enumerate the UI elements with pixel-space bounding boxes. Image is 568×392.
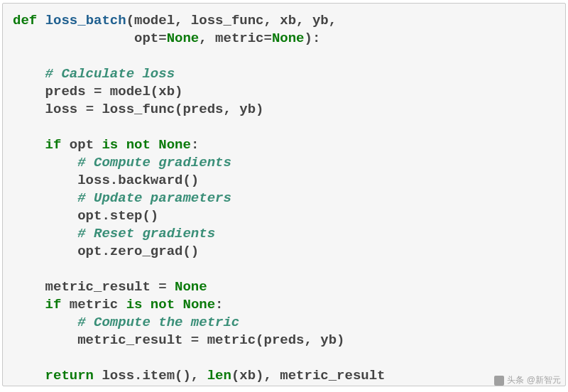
kw-not-l17: not bbox=[151, 297, 175, 312]
rhs-lossfunc: loss_func(preds, yb) bbox=[94, 102, 263, 117]
kw-not-l8: not bbox=[126, 137, 151, 153]
sp-l17b bbox=[175, 297, 182, 312]
none-l17: None bbox=[182, 297, 215, 312]
var-metric-l17: metric bbox=[61, 297, 126, 312]
indent-l14 bbox=[13, 244, 77, 259]
sp-l17a bbox=[142, 297, 150, 312]
op-l5: = bbox=[94, 84, 102, 99]
close-l2: ): bbox=[305, 31, 321, 46]
code-block: def loss_batch(model, loss_func, xb, yb,… bbox=[2, 3, 566, 386]
comment-compute-grad: # Compute gradients bbox=[77, 155, 231, 170]
comment-update-params: # Update parameters bbox=[77, 190, 231, 206]
sp-l8a bbox=[118, 137, 126, 153]
colon-l17: : bbox=[215, 297, 223, 312]
lhs-loss: loss bbox=[45, 102, 86, 117]
none-l16: None bbox=[175, 279, 207, 295]
indent-l5 bbox=[13, 84, 45, 99]
comment-reset-grad: # Reset gradients bbox=[77, 226, 215, 241]
lhs-metric-res: metric_result bbox=[45, 279, 159, 295]
eq-l2b: = bbox=[264, 31, 272, 46]
param-opt: opt bbox=[134, 31, 158, 46]
comment-compute-metric: # Compute the metric bbox=[77, 315, 239, 330]
code-content: def loss_batch(model, loss_func, xb, yb,… bbox=[13, 12, 555, 385]
opt-zero-grad: opt.zero_grad() bbox=[77, 244, 199, 259]
fn-name: loss_batch bbox=[45, 13, 126, 28]
none-l2b: None bbox=[272, 31, 305, 46]
indent-l9 bbox=[13, 155, 77, 170]
op-l16: = bbox=[158, 279, 166, 295]
indent-l11 bbox=[13, 190, 77, 206]
watermark-handle: @新智元 bbox=[527, 374, 561, 386]
indent-l19 bbox=[13, 332, 77, 348]
kw-return: return bbox=[45, 368, 94, 383]
var-opt-l8: opt bbox=[61, 137, 102, 153]
watermark-logo-icon bbox=[494, 376, 504, 386]
rhs-metric-call: metric(preds, yb) bbox=[199, 332, 344, 348]
params-l1: (model, loss_func, xb, yb, bbox=[126, 13, 337, 28]
loss-backward: loss.backward() bbox=[77, 173, 199, 188]
opt-step: opt.step() bbox=[77, 208, 158, 224]
indent-l17 bbox=[13, 297, 45, 312]
kw-if-l17: if bbox=[45, 297, 62, 312]
indent-l10 bbox=[13, 173, 77, 188]
return-part2: (xb), metric_result bbox=[231, 368, 386, 383]
builtin-len: len bbox=[207, 368, 231, 383]
op-l19: = bbox=[191, 332, 199, 348]
eq-l2a: = bbox=[158, 31, 166, 46]
sp-l8b bbox=[151, 137, 158, 153]
rhs-modelxb: model(xb) bbox=[102, 84, 182, 99]
indent-l18 bbox=[13, 315, 77, 330]
op-l6: = bbox=[86, 102, 94, 117]
sp-l16 bbox=[167, 279, 175, 295]
kw-def: def bbox=[13, 13, 37, 28]
lhs-preds: preds bbox=[45, 84, 94, 99]
watermark: 头条 @新智元 bbox=[494, 374, 561, 386]
comment-calc-loss: # Calculate loss bbox=[45, 66, 175, 82]
kw-if-l8: if bbox=[45, 137, 62, 153]
lhs-metric-res2: metric_result bbox=[77, 332, 191, 348]
kw-is-l8: is bbox=[102, 137, 118, 153]
indent-l16 bbox=[13, 279, 45, 295]
none-l8: None bbox=[158, 137, 191, 153]
indent-l13 bbox=[13, 226, 77, 241]
none-l2a: None bbox=[167, 31, 200, 46]
return-part1: loss.item(), bbox=[94, 368, 207, 383]
indent-l8 bbox=[13, 137, 45, 153]
kw-is-l17: is bbox=[126, 297, 143, 312]
indent-l12 bbox=[13, 208, 77, 224]
indent-l4 bbox=[13, 66, 45, 82]
indent-l2 bbox=[13, 31, 134, 46]
sep-l2: , bbox=[199, 31, 215, 46]
indent-l21 bbox=[13, 368, 45, 383]
indent-l6 bbox=[13, 102, 45, 117]
param-metric: metric bbox=[215, 31, 263, 46]
colon-l8: : bbox=[191, 137, 199, 153]
watermark-prefix: 头条 bbox=[507, 374, 524, 386]
